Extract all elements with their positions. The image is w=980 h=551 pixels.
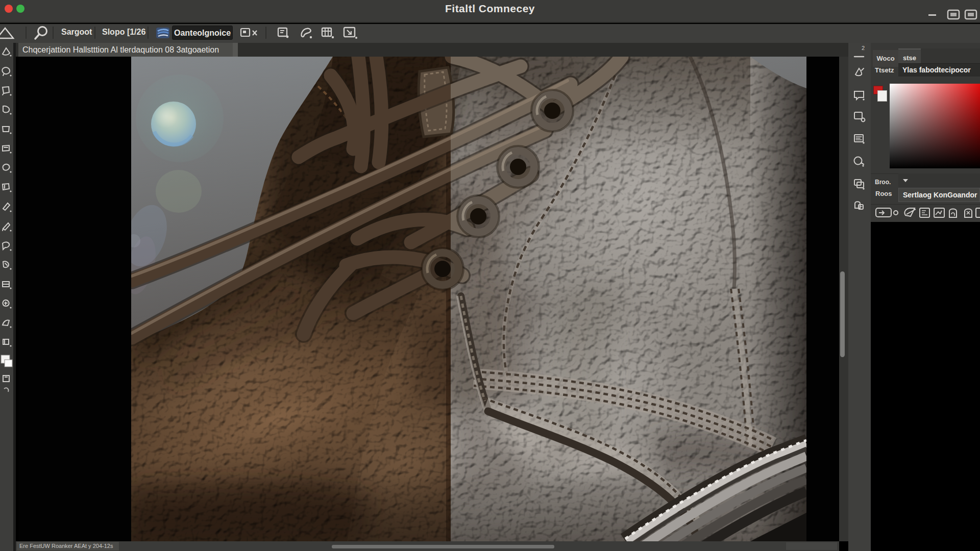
svg-text:2: 2 — [862, 45, 865, 51]
